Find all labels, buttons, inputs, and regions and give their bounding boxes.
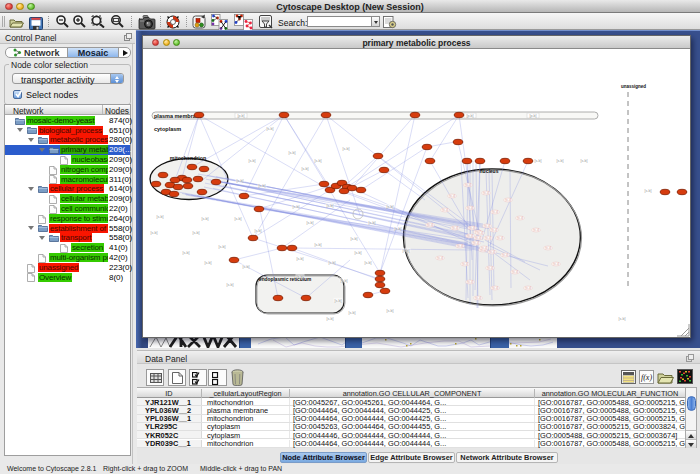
svg-text:[p-b]: [p-b] — [529, 114, 536, 118]
svg-text:[p-b]: [p-b] — [466, 114, 473, 118]
svg-text:nc-d: nc-d — [492, 286, 498, 290]
svg-text:nc-d: nc-d — [525, 286, 531, 290]
svg-text:nucleus: nucleus — [480, 168, 499, 174]
svg-text:nc-d: nc-d — [457, 244, 463, 248]
svg-text:[s-b]: [s-b] — [302, 167, 309, 171]
svg-text:[s-b]: [s-b] — [341, 279, 348, 283]
svg-text:[s-b]: [s-b] — [219, 245, 226, 249]
svg-text:[s-b]: [s-b] — [307, 221, 314, 225]
svg-text:nc-d: nc-d — [467, 234, 473, 238]
svg-text:nc-d: nc-d — [473, 241, 479, 245]
svg-text:[s-b]: [s-b] — [237, 179, 244, 183]
svg-text:nc-d: nc-d — [487, 266, 493, 270]
svg-text:[s-b]: [s-b] — [297, 257, 304, 261]
svg-text:nc-d: nc-d — [491, 228, 497, 232]
svg-text:[s-b]: [s-b] — [193, 231, 200, 235]
svg-text:nc-d: nc-d — [427, 223, 433, 227]
svg-text:[s-b]: [s-b] — [289, 151, 296, 155]
svg-text:nc-d: nc-d — [505, 198, 511, 202]
svg-text:nc-d: nc-d — [492, 210, 498, 214]
svg-text:[s-b]: [s-b] — [365, 261, 372, 265]
svg-text:[s-b]: [s-b] — [557, 159, 564, 163]
svg-text:nc-d: nc-d — [489, 250, 495, 254]
svg-text:[s-b]: [s-b] — [645, 189, 652, 193]
svg-text:[s-b]: [s-b] — [369, 221, 376, 225]
svg-text:nc-d: nc-d — [483, 191, 489, 195]
svg-text:[s-b]: [s-b] — [202, 217, 209, 221]
svg-text:nc-d: nc-d — [497, 236, 503, 240]
svg-text:nc-d: nc-d — [484, 224, 490, 228]
svg-text:nc-d: nc-d — [449, 194, 455, 198]
svg-text:nc-d: nc-d — [442, 208, 448, 212]
svg-text:[s-b]: [s-b] — [581, 159, 588, 163]
svg-text:nc-d: nc-d — [477, 231, 483, 235]
svg-text:nc-d: nc-d — [469, 226, 475, 230]
svg-text:[s-b]: [s-b] — [243, 265, 250, 269]
svg-text:[s-b]: [s-b] — [151, 231, 158, 235]
svg-text:nc-d: nc-d — [517, 216, 523, 220]
svg-text:[s-b]: [s-b] — [293, 205, 300, 209]
svg-text:[s-b]: [s-b] — [205, 261, 212, 265]
svg-text:[s-b]: [s-b] — [619, 317, 626, 321]
svg-text:[s-b]: [s-b] — [327, 204, 334, 208]
svg-text:nc-d: nc-d — [485, 236, 491, 240]
svg-text:[s-b]: [s-b] — [297, 275, 304, 279]
svg-text:[s-b]: [s-b] — [249, 159, 256, 163]
svg-text:nc-d: nc-d — [533, 228, 539, 232]
svg-text:[s-b]: [s-b] — [335, 299, 342, 303]
svg-text:[s-b]: [s-b] — [343, 147, 350, 151]
svg-text:[s-b]: [s-b] — [255, 229, 262, 233]
svg-text:[s-b]: [s-b] — [355, 251, 362, 255]
svg-text:[s-b]: [s-b] — [267, 127, 274, 131]
svg-text:[s-b]: [s-b] — [315, 159, 322, 163]
svg-text:[s-b]: [s-b] — [327, 317, 334, 321]
svg-text:[s-b]: [s-b] — [259, 184, 266, 188]
svg-text:[s-b]: [s-b] — [403, 249, 410, 253]
svg-text:[s-b]: [s-b] — [227, 283, 234, 287]
svg-text:mitochondrion: mitochondrion — [170, 155, 206, 161]
svg-text:[s-b]: [s-b] — [349, 311, 356, 315]
svg-text:nc-d: nc-d — [553, 262, 559, 266]
svg-text:nc-d: nc-d — [462, 262, 468, 266]
svg-text:nc-d: nc-d — [475, 296, 481, 300]
svg-text:[s-b]: [s-b] — [329, 261, 336, 265]
svg-text:[p-b]: [p-b] — [237, 114, 244, 118]
svg-text:[s-b]: [s-b] — [535, 159, 542, 163]
svg-text:[s-b]: [s-b] — [387, 205, 394, 209]
svg-text:nc-d: nc-d — [437, 256, 443, 260]
svg-text:nc-d: nc-d — [502, 253, 508, 257]
svg-text:[s-b]: [s-b] — [351, 237, 358, 241]
svg-text:unassigned: unassigned — [621, 84, 646, 89]
svg-text:[s-b]: [s-b] — [395, 227, 402, 231]
svg-text:nc-d: nc-d — [512, 270, 518, 274]
svg-text:[s-b]: [s-b] — [157, 215, 164, 219]
svg-text:nc-d: nc-d — [467, 280, 473, 284]
svg-text:nc-d: nc-d — [545, 246, 551, 250]
svg-text:[s-b]: [s-b] — [387, 309, 394, 313]
svg-text:nc-d: nc-d — [465, 183, 471, 187]
svg-text:[s-b]: [s-b] — [315, 243, 322, 247]
svg-text:nc-d: nc-d — [481, 246, 487, 250]
svg-text:nc-d: nc-d — [475, 236, 481, 240]
svg-text:cytoplasm: cytoplasm — [154, 126, 181, 132]
svg-text:[s-b]: [s-b] — [235, 217, 242, 221]
svg-text:nc-d: nc-d — [467, 206, 473, 210]
svg-text:[s-b]: [s-b] — [183, 251, 190, 255]
svg-text:nc-d: nc-d — [452, 226, 458, 230]
